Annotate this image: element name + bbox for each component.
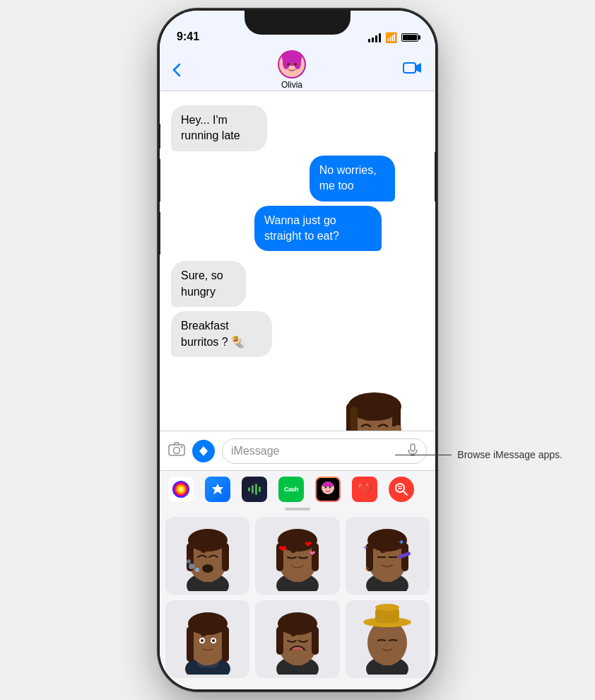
hearts-sticker-icon[interactable]: ❤️ <box>352 477 377 502</box>
messages-area: Hey... I'm running late No worries, me t… <box>160 91 435 431</box>
memoji-sticker[interactable] <box>325 364 424 431</box>
svg-point-92 <box>278 612 317 635</box>
message-2: No worries, me too <box>310 156 424 202</box>
svg-point-88 <box>212 639 215 642</box>
input-area: iMessage <box>160 431 435 470</box>
message-memoji <box>325 364 424 431</box>
contact-name: Olivia <box>281 80 302 90</box>
bubble-sent-2[interactable]: No worries, me too <box>310 156 396 202</box>
browse-apps-icon[interactable] <box>389 477 414 502</box>
back-button[interactable] <box>172 63 181 77</box>
svg-rect-12 <box>350 407 358 431</box>
app-drawer-button[interactable] <box>192 440 215 462</box>
soundboard-icon[interactable] <box>242 477 267 502</box>
sticker-cold[interactable] <box>165 600 249 678</box>
camera-button[interactable] <box>168 442 185 460</box>
drag-handle-bar <box>285 508 310 511</box>
svg-point-2 <box>283 57 290 69</box>
photos-app-icon[interactable] <box>168 477 194 502</box>
svg-text:✧: ✧ <box>364 565 370 573</box>
svg-rect-58 <box>312 543 319 571</box>
sticker-hearts[interactable]: ❤ ❤ ❤ <box>255 517 339 595</box>
sticker-yawn[interactable] <box>255 600 339 678</box>
message-3: Wanna just go straight to eat? <box>254 206 424 252</box>
annotation-container: Browse iMessage apps. <box>395 449 562 460</box>
svg-rect-71 <box>389 536 395 550</box>
svg-rect-29 <box>248 487 250 491</box>
svg-rect-14 <box>364 399 371 421</box>
svg-point-22 <box>174 447 180 453</box>
sticker-sneezing[interactable] <box>165 517 249 595</box>
phone-frame: 9:41 📶 <box>160 11 435 689</box>
status-time: 9:41 <box>177 30 199 43</box>
annotation-line <box>395 455 452 455</box>
power-button <box>435 152 435 202</box>
volume-down-button <box>160 212 160 255</box>
svg-rect-47 <box>201 537 206 553</box>
svg-rect-81 <box>187 626 194 662</box>
avatar <box>278 50 306 78</box>
svg-point-5 <box>294 63 297 66</box>
svg-point-44 <box>188 529 228 552</box>
svg-text:❤: ❤ <box>305 539 312 549</box>
svg-point-4 <box>287 63 290 66</box>
message-5: Breakfast burritos ? 🌯 <box>171 311 306 357</box>
svg-rect-31 <box>255 484 257 495</box>
svg-point-19 <box>395 425 401 431</box>
svg-point-3 <box>294 57 301 69</box>
signal-icon <box>368 33 381 42</box>
nav-bar: Olivia <box>160 49 435 91</box>
wifi-icon: 📶 <box>385 32 397 43</box>
bubble-received-5[interactable]: Breakfast burritos ? 🌯 <box>171 311 272 357</box>
svg-rect-96 <box>300 619 305 634</box>
svg-point-49 <box>195 568 199 572</box>
svg-point-105 <box>375 604 399 611</box>
volume-up-button <box>160 159 160 202</box>
status-icons: 📶 <box>368 32 418 43</box>
bubble-received-4[interactable]: Sure, so hungry <box>171 261 246 307</box>
svg-line-38 <box>403 491 407 495</box>
svg-rect-84 <box>210 619 216 634</box>
bubble-received-1[interactable]: Hey... I'm running late <box>171 105 267 151</box>
svg-text:✦: ✦ <box>398 537 405 547</box>
mute-button <box>160 124 160 148</box>
apps-panel: Cash ❤️ <box>160 470 435 507</box>
svg-point-99 <box>286 649 309 660</box>
apple-cash-icon[interactable]: Cash <box>278 477 304 502</box>
svg-point-52 <box>202 564 213 573</box>
message-4: Sure, so hungry <box>171 261 271 307</box>
svg-point-50 <box>189 564 194 569</box>
svg-rect-6 <box>403 63 416 73</box>
svg-rect-94 <box>312 626 319 655</box>
svg-rect-30 <box>252 485 254 494</box>
sticker-cowboy[interactable] <box>346 600 430 678</box>
svg-point-37 <box>396 484 404 492</box>
svg-rect-82 <box>222 626 229 662</box>
svg-rect-95 <box>290 621 296 636</box>
svg-text:❤: ❤ <box>278 543 287 554</box>
memoji-icon[interactable] <box>315 477 341 502</box>
stickers-grid: ❤ ❤ ❤ <box>160 511 435 684</box>
input-placeholder: iMessage <box>231 445 279 457</box>
contact-info[interactable]: Olivia <box>278 50 306 90</box>
svg-rect-48 <box>210 536 216 550</box>
svg-point-28 <box>172 481 189 498</box>
message-1: Hey... I'm running late <box>171 105 300 151</box>
home-indicator-area <box>160 684 435 689</box>
appstore-icon[interactable] <box>205 477 230 502</box>
svg-point-80 <box>188 612 228 635</box>
svg-point-86 <box>201 639 204 642</box>
svg-rect-70 <box>380 537 386 553</box>
svg-point-23 <box>181 445 183 448</box>
svg-rect-59 <box>290 537 296 553</box>
battery-icon <box>401 33 418 42</box>
annotation-text: Browse iMessage apps. <box>457 449 562 460</box>
bubble-sent-3[interactable]: Wanna just go straight to eat? <box>254 206 382 252</box>
svg-rect-32 <box>259 486 261 492</box>
notch <box>245 11 350 35</box>
svg-text:❤: ❤ <box>310 549 315 557</box>
svg-rect-93 <box>276 626 283 655</box>
svg-rect-15 <box>375 398 382 418</box>
sticker-confetti[interactable]: ✦ ✦ ✧ <box>346 517 430 595</box>
video-call-button[interactable] <box>403 61 423 79</box>
